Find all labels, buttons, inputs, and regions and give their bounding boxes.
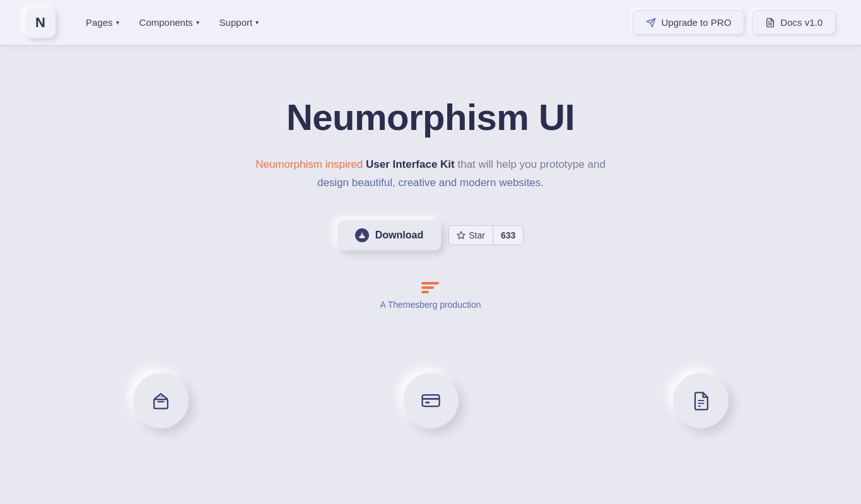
- logo[interactable]: N: [25, 8, 56, 38]
- download-button[interactable]: Download: [337, 220, 441, 250]
- chevron-down-icon: ▾: [116, 19, 119, 26]
- hero-section: Neumorphism UI Neumorphism inspired User…: [0, 45, 861, 454]
- svg-marker-5: [457, 231, 465, 238]
- themesberg-tagline: A Themesberg production: [380, 300, 481, 310]
- credit-card-icon: [419, 389, 442, 412]
- themesberg-logo: [421, 282, 439, 293]
- docs-button[interactable]: Docs v1.0: [752, 10, 836, 35]
- themesberg-lines: [421, 282, 439, 293]
- svg-rect-6: [154, 399, 168, 408]
- send-icon: [646, 18, 656, 28]
- card-icon-circle: [403, 373, 459, 428]
- chevron-down-icon: ▾: [196, 19, 199, 26]
- navbar: N Pages ▾ Components ▾ Support ▾ Upgra: [0, 0, 861, 45]
- hero-title: Neumorphism UI: [286, 96, 575, 138]
- themesberg-line-3: [421, 291, 429, 293]
- star-button[interactable]: Star 633: [448, 225, 524, 245]
- download-icon: [355, 228, 369, 242]
- subtitle-part2: that will help you prototype and: [455, 158, 606, 170]
- hero-subtitle: Neumorphism inspired User Interface Kit …: [254, 156, 607, 192]
- nav-links: Pages ▾ Components ▾ Support ▾: [78, 12, 266, 33]
- star-icon: [457, 231, 466, 240]
- upgrade-button[interactable]: Upgrade to PRO: [633, 10, 744, 35]
- open-box-icon: [149, 389, 172, 412]
- navbar-right: Upgrade to PRO Docs v1.0: [633, 10, 836, 35]
- box-icon-circle: [133, 373, 189, 428]
- chevron-down-icon: ▾: [255, 19, 259, 26]
- document-icon-circle: [673, 373, 729, 428]
- subtitle-blue: design beautiful, creative and modern we…: [317, 177, 544, 189]
- svg-rect-8: [422, 395, 439, 406]
- nav-components[interactable]: Components ▾: [132, 12, 207, 33]
- themesberg-section: A Themesberg production: [380, 282, 481, 310]
- file-text-icon: [689, 389, 712, 412]
- nav-pages[interactable]: Pages ▾: [78, 12, 127, 33]
- subtitle-bold: User Interface Kit: [366, 158, 455, 170]
- themesberg-line-2: [421, 286, 434, 289]
- hero-buttons: Download Star 633: [337, 220, 524, 250]
- star-label: Star: [449, 226, 493, 245]
- cloud-download-icon: [358, 231, 366, 239]
- nav-support[interactable]: Support ▾: [212, 12, 267, 33]
- bottom-icons: [133, 360, 729, 428]
- svg-rect-10: [425, 402, 430, 404]
- document-icon: [765, 18, 775, 28]
- star-count: 633: [493, 226, 523, 245]
- subtitle-part1: Neumorphism inspired: [255, 158, 366, 170]
- navbar-left: N Pages ▾ Components ▾ Support ▾: [25, 8, 266, 38]
- themesberg-line-1: [421, 282, 439, 284]
